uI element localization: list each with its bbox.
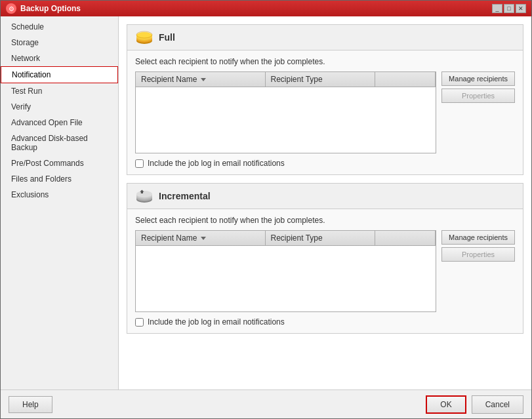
window-title: Backup Options — [20, 4, 81, 13]
sidebar-item-files-and-folders[interactable]: Files and Folders — [1, 171, 118, 187]
full-table-header: Recipient Name Recipient Type — [136, 72, 436, 87]
help-button[interactable]: Help — [9, 396, 52, 413]
window-body: Schedule Storage Network Notification Te… — [1, 16, 531, 389]
ok-button[interactable]: OK — [426, 395, 466, 414]
sidebar-item-exclusions[interactable]: Exclusions — [1, 187, 118, 203]
close-button[interactable]: ✕ — [516, 4, 526, 13]
incremental-properties-button[interactable]: Properties — [441, 247, 515, 262]
title-controls: _ □ ✕ — [492, 4, 526, 13]
full-section-desc: Select each recipient to notify when the… — [135, 57, 515, 66]
incremental-recipients-table: Recipient Name Recipient Type — [135, 230, 436, 312]
footer: Help OK Cancel — [1, 389, 531, 418]
incremental-checkbox-row: Include the job log in email notificatio… — [135, 317, 515, 327]
full-col-extra — [375, 72, 436, 87]
sort-arrow-icon — [201, 78, 206, 81]
sidebar: Schedule Storage Network Notification Te… — [1, 16, 119, 389]
full-properties-button[interactable]: Properties — [441, 89, 515, 103]
full-col-recipient-name[interactable]: Recipient Name — [136, 72, 266, 87]
full-section-body: Select each recipient to notify when the… — [127, 50, 523, 174]
incremental-section-body: Select each recipient to notify when the… — [127, 209, 523, 333]
full-include-log-checkbox[interactable] — [135, 159, 144, 168]
incremental-section-title: Incremental — [159, 191, 211, 201]
full-table-body — [136, 87, 436, 153]
sidebar-item-advanced-disk-backup[interactable]: Advanced Disk-based Backup — [1, 130, 118, 155]
incremental-table-buttons: Manage recipients Properties — [441, 230, 515, 262]
incremental-section-desc: Select each recipient to notify when the… — [135, 216, 515, 225]
title-bar: ⚙ Backup Options _ □ ✕ — [1, 1, 531, 16]
full-checkbox-row: Include the job log in email notificatio… — [135, 159, 515, 168]
incremental-backup-icon — [135, 189, 153, 203]
full-section: Full Select each recipient to notify whe… — [127, 24, 523, 175]
incremental-checkbox-label: Include the job log in email notificatio… — [148, 317, 285, 327]
incremental-table-area: Recipient Name Recipient Type — [135, 230, 515, 312]
incremental-include-log-checkbox[interactable] — [135, 318, 144, 327]
full-table-area: Recipient Name Recipient Type — [135, 71, 515, 153]
full-section-title: Full — [159, 32, 175, 43]
incremental-manage-recipients-button[interactable]: Manage recipients — [441, 230, 515, 245]
full-backup-icon — [135, 30, 153, 45]
sidebar-item-network[interactable]: Network — [1, 50, 118, 66]
full-manage-recipients-button[interactable]: Manage recipients — [441, 71, 515, 86]
title-bar-left: ⚙ Backup Options — [6, 3, 81, 14]
full-section-header: Full — [127, 25, 523, 50]
incremental-table-body — [136, 246, 436, 311]
footer-right: OK Cancel — [426, 395, 523, 414]
full-table-buttons: Manage recipients Properties — [441, 71, 515, 103]
incremental-section-header: Incremental — [127, 184, 523, 209]
full-checkbox-label: Include the job log in email notificatio… — [148, 159, 285, 168]
sidebar-item-advanced-open-file[interactable]: Advanced Open File — [1, 115, 118, 130]
maximize-button[interactable]: □ — [504, 4, 514, 13]
sidebar-item-notification[interactable]: Notification — [1, 66, 118, 83]
svg-point-4 — [136, 32, 152, 39]
sidebar-item-pre-post-commands[interactable]: Pre/Post Commands — [1, 155, 118, 171]
incremental-col-recipient-type: Recipient Type — [266, 231, 375, 245]
sidebar-item-test-run[interactable]: Test Run — [1, 83, 118, 99]
window-icon: ⚙ — [6, 3, 16, 14]
svg-point-10 — [136, 191, 152, 197]
main-content: Full Select each recipient to notify whe… — [119, 16, 531, 389]
sidebar-item-verify[interactable]: Verify — [1, 99, 118, 115]
incremental-col-extra — [375, 231, 436, 245]
cancel-button[interactable]: Cancel — [472, 395, 523, 414]
incremental-col-recipient-name[interactable]: Recipient Name — [136, 231, 266, 245]
sort-arrow-icon — [201, 237, 206, 240]
sidebar-item-schedule[interactable]: Schedule — [1, 19, 118, 35]
minimize-button[interactable]: _ — [492, 4, 502, 13]
incremental-section: Incremental Select each recipient to not… — [127, 183, 523, 334]
backup-options-window: ⚙ Backup Options _ □ ✕ Schedule Storage … — [0, 0, 532, 419]
full-col-recipient-type: Recipient Type — [266, 72, 375, 87]
incremental-table-header: Recipient Name Recipient Type — [136, 231, 436, 246]
full-recipients-table: Recipient Name Recipient Type — [135, 71, 436, 153]
sidebar-item-storage[interactable]: Storage — [1, 35, 118, 50]
